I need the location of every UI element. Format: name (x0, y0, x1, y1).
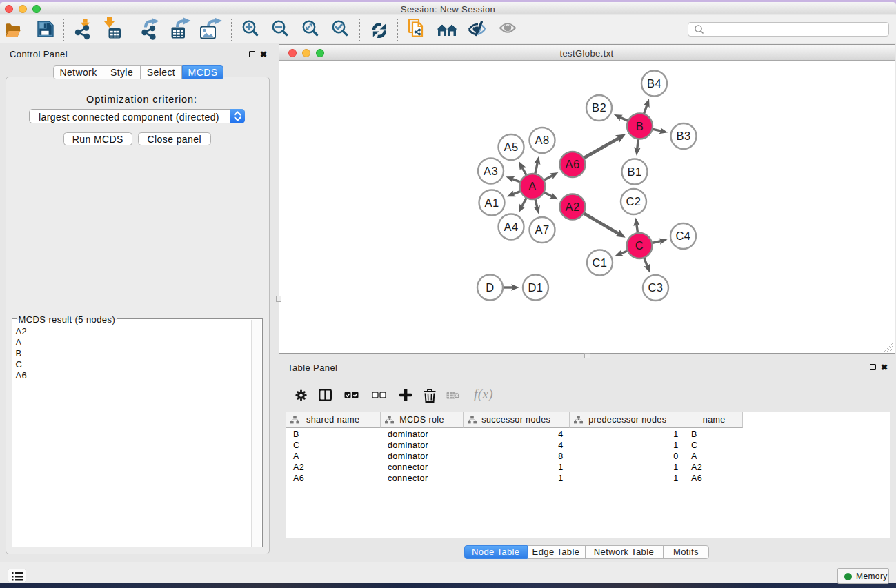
svg-text:A1: A1 (484, 196, 499, 208)
svg-text:A2: A2 (565, 200, 579, 212)
svg-text:D: D (486, 281, 494, 293)
svg-text:C4: C4 (675, 230, 690, 242)
svg-text:B: B (635, 119, 643, 132)
svg-text:A7: A7 (535, 223, 549, 236)
svg-text:C3: C3 (648, 281, 663, 294)
svg-text:A: A (528, 180, 536, 192)
svg-text:B2: B2 (592, 101, 606, 114)
svg-text:D1: D1 (528, 281, 543, 293)
svg-text:B4: B4 (647, 77, 661, 89)
svg-text:A5: A5 (504, 141, 518, 153)
svg-text:B3: B3 (676, 130, 690, 142)
svg-text:C: C (635, 239, 643, 252)
svg-text:A4: A4 (504, 220, 518, 232)
svg-text:B1: B1 (627, 165, 641, 177)
svg-text:A6: A6 (565, 158, 579, 170)
svg-text:C1: C1 (592, 256, 607, 268)
svg-text:A3: A3 (484, 164, 498, 176)
svg-text:A8: A8 (535, 134, 549, 146)
svg-text:C2: C2 (626, 195, 641, 207)
